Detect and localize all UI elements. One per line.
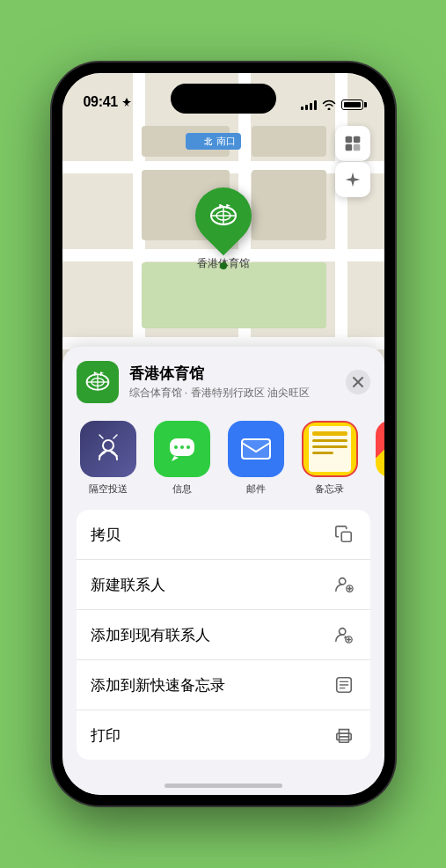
action-quick-note-label: 添加到新快速备忘录 (91, 675, 225, 695)
svg-point-34 (339, 629, 345, 635)
wifi-icon (322, 99, 336, 110)
share-item-more[interactable]: 推 (372, 421, 384, 496)
battery-fill (344, 102, 361, 107)
print-icon (332, 723, 356, 747)
venue-stadium-icon (84, 368, 112, 396)
svg-rect-27 (242, 439, 270, 459)
map-block (142, 262, 326, 328)
stadium-icon (208, 202, 239, 230)
svg-marker-11 (227, 204, 230, 207)
signal-bar-1 (301, 107, 303, 110)
map-block (252, 126, 326, 157)
map-label: 北 南口 (186, 133, 241, 150)
action-add-existing[interactable]: 添加到现有联系人 (77, 610, 370, 660)
person-add-icon (332, 572, 356, 597)
share-item-mail[interactable]: 邮件 (224, 421, 288, 496)
notes-line-2 (312, 439, 347, 442)
svg-point-26 (186, 445, 190, 449)
notes-line-3 (312, 445, 347, 448)
close-button[interactable] (346, 370, 370, 394)
note-icon (332, 673, 356, 697)
signal-bar-2 (305, 105, 308, 110)
status-time: 09:41 (84, 94, 118, 110)
svg-point-25 (180, 445, 184, 449)
battery-icon (341, 99, 363, 110)
airdrop-icon-wrap (80, 421, 136, 477)
map-type-button[interactable] (335, 126, 370, 161)
action-copy[interactable]: 拷贝 (77, 510, 370, 560)
share-row: 隔空投送 信息 (62, 414, 384, 510)
messages-label: 信息 (172, 482, 192, 496)
action-new-contact-label: 新建联系人 (91, 575, 165, 595)
share-item-airdrop[interactable]: 隔空投送 (77, 421, 140, 496)
signal-bar-4 (314, 100, 317, 110)
airdrop-icon (92, 433, 124, 465)
dynamic-island (171, 84, 276, 114)
action-print-label: 打印 (91, 725, 121, 746)
person-plus-icon (332, 622, 356, 647)
notes-icon-wrap (302, 421, 358, 477)
pin-shape (183, 176, 263, 256)
phone-frame: 09:41 (52, 63, 395, 805)
notes-line-4 (312, 452, 333, 454)
svg-rect-2 (345, 144, 352, 151)
action-new-contact[interactable]: 新建联系人 (77, 560, 370, 610)
compass-icon (344, 171, 362, 188)
svg-rect-1 (353, 136, 360, 143)
venue-icon (77, 361, 119, 403)
map-type-icon (344, 135, 362, 152)
messages-icon-wrap (154, 421, 210, 477)
map-label-text: 南口 (216, 136, 236, 146)
action-copy-label: 拷贝 (91, 525, 121, 545)
mail-icon-wrap (228, 421, 284, 477)
action-print[interactable]: 打印 (77, 710, 370, 760)
pin-dot (220, 262, 227, 269)
mail-label: 邮件 (246, 482, 266, 496)
share-item-messages[interactable]: 信息 (150, 421, 214, 496)
messages-icon (165, 432, 199, 466)
action-add-existing-label: 添加到现有联系人 (91, 625, 210, 645)
venue-subtitle: 综合体育馆 · 香港特别行政区 油尖旺区 (129, 386, 335, 401)
venue-header: 香港体育馆 综合体育馆 · 香港特别行政区 油尖旺区 (62, 347, 384, 414)
venue-name: 香港体育馆 (129, 364, 335, 384)
action-quick-note[interactable]: 添加到新快速备忘录 (77, 660, 370, 710)
bottom-sheet: 香港体育馆 综合体育馆 · 香港特别行政区 油尖旺区 (62, 347, 384, 795)
notes-label: 备忘录 (315, 482, 344, 496)
airdrop-label: 隔空投送 (89, 482, 128, 496)
svg-point-30 (339, 578, 345, 585)
map-block (252, 170, 326, 240)
svg-rect-3 (353, 144, 360, 151)
svg-marker-19 (100, 371, 104, 374)
map-controls (335, 126, 370, 197)
more-icon-wrap (376, 421, 384, 477)
venue-info: 香港体育馆 综合体育馆 · 香港特别行政区 油尖旺区 (129, 364, 335, 401)
mail-icon (239, 436, 273, 462)
close-icon (352, 376, 364, 388)
copy-icon (332, 522, 356, 547)
home-indicator (165, 783, 282, 788)
notes-inner (309, 426, 351, 472)
svg-point-22 (103, 440, 113, 451)
signal-bar-3 (310, 103, 312, 110)
notes-line-1 (312, 431, 347, 436)
svg-point-44 (347, 736, 349, 738)
svg-rect-0 (345, 136, 352, 143)
action-list: 拷贝 新建联系人 (77, 510, 370, 760)
stadium-pin[interactable]: 香港体育馆 (195, 188, 252, 271)
signal-bars (301, 99, 317, 110)
svg-rect-29 (341, 532, 351, 541)
phone-screen: 09:41 (62, 73, 384, 795)
location-button[interactable] (335, 162, 370, 197)
pin-inner (204, 196, 243, 235)
svg-point-24 (174, 445, 178, 449)
share-item-notes[interactable]: 备忘录 (298, 421, 362, 496)
location-icon (121, 97, 132, 107)
status-icons (301, 99, 363, 110)
